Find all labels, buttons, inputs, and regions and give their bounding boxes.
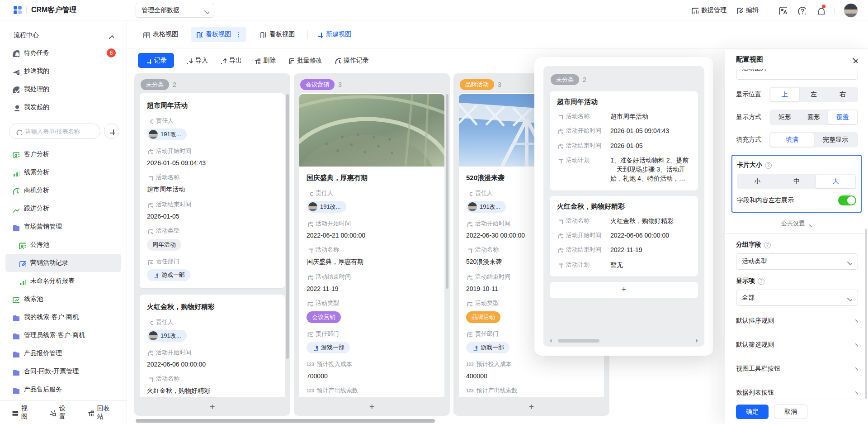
sidebar-item-opportunity-analysis[interactable]: 商机分析 [5, 181, 121, 200]
cover-image-field-select[interactable]: 活动图片 [736, 69, 858, 80]
card-list: 超市周年活动 责任人 191改... 活动开始时间 2026-01-05 09:… [140, 93, 285, 397]
confirm-button[interactable]: 确定 [736, 405, 769, 419]
sidebar-item-lead-analysis[interactable]: 线索分析 [5, 163, 121, 181]
close-button[interactable] [849, 54, 859, 64]
owner-chip[interactable]: 191改... [307, 201, 346, 213]
recycle-bin-button[interactable]: 回收站 [87, 405, 116, 421]
display-items-select[interactable]: 全部 [736, 290, 858, 306]
option-circle[interactable]: 圆形 [799, 110, 828, 124]
option-top[interactable]: 上 [770, 88, 799, 101]
option-rect[interactable]: 矩形 [770, 110, 799, 124]
kanban-card[interactable]: 国庆盛典，厚惠有期 责任人 191改... 活动开始时间 2022-06-21 … [299, 93, 444, 397]
notification-button[interactable] [815, 5, 825, 15]
avatar [149, 331, 158, 340]
sidebar-item-handled-by-me[interactable]: 我处理的 [5, 80, 121, 98]
sidebar-item-public-pool[interactable]: 公海池 [5, 236, 121, 254]
option-cover[interactable]: 覆盖 [828, 110, 857, 124]
sidebar-item-my-leads[interactable]: 我的线索-客户-商机 [5, 308, 121, 326]
settings-button[interactable]: 设置 [49, 405, 71, 421]
data-list-buttons-row[interactable]: 数据列表按钮 [736, 381, 858, 399]
search-input[interactable] [25, 128, 94, 135]
board-horizontal-scrollbar[interactable] [136, 419, 435, 423]
user-avatar[interactable] [844, 3, 858, 18]
add-card-button[interactable]: + [134, 398, 290, 416]
tab-board-view-2[interactable]: 看板视图 [255, 27, 299, 42]
sidebar-item-product-quote[interactable]: 产品报价管理 [5, 344, 121, 362]
department-chip[interactable]: 游戏一部 [466, 342, 509, 353]
import-button[interactable]: 导入 [186, 57, 208, 65]
sidebar-item-unnamed-report[interactable]: 未命名分析报表 [5, 272, 121, 290]
question-circle-icon[interactable]: ? [758, 278, 764, 285]
question-circle-icon[interactable]: ? [765, 162, 772, 169]
owner-chip[interactable]: 191改... [466, 201, 506, 213]
views-button[interactable]: 视图 [11, 405, 33, 421]
sidebar-item-started-by-me[interactable]: 我发起的 [5, 98, 121, 116]
tab-table-view[interactable]: 表格视图 [138, 27, 183, 42]
sidebar-item-cc-me[interactable]: 抄送我的 [5, 62, 121, 80]
sidebar-item-admin-leads[interactable]: 管理员线索-客户-商机 [5, 326, 121, 344]
drawer-body: 活动图片 显示位置 上 左 右 显示方式 矩形 圆形 覆盖 填充方式 [725, 69, 868, 399]
preview-card[interactable]: 火红金秋，购物好精彩 活动名称 火红金秋，购物好精彩 活动开始时间 2022-0… [550, 196, 698, 276]
data-manage-button[interactable]: 数据管理 [691, 6, 726, 14]
preview-horizontal-scrollbar[interactable] [548, 338, 700, 343]
tab-board-view-active[interactable]: 看板视图 ⋮ [191, 27, 246, 42]
sidebar-item-marketing-activity-records[interactable]: 营销活动记录 [5, 254, 121, 272]
sidebar-item-customer-analysis[interactable]: 客户分析 [5, 145, 121, 163]
group-field-select[interactable]: 活动类型 [736, 253, 858, 270]
add-card-button[interactable]: + [294, 398, 450, 416]
preview-card[interactable]: 超市周年活动 活动名称 超市周年活动 活动开始时间 2026-01-05 09:… [550, 91, 698, 191]
column-scrollbar[interactable] [286, 94, 289, 359]
column-scrollbar[interactable] [446, 94, 448, 289]
kanban-card[interactable]: 火红金秋，购物好精彩 责任人 191改... 活动开始时间 2022-06-06… [140, 295, 285, 397]
edit-button[interactable]: 编辑 [736, 6, 759, 14]
sidebar-item-todo-tasks[interactable]: 待办任务 6 [5, 44, 121, 62]
default-filter-rule-row[interactable]: 默认筛选规则 [736, 333, 858, 357]
export-button[interactable]: 导出 [220, 57, 242, 65]
sidebar-item-marketing-management[interactable]: 市场营销管理 [5, 218, 121, 236]
option-medium[interactable]: 中 [777, 175, 816, 188]
delete-button[interactable]: 删除 [254, 57, 276, 65]
import-icon [186, 57, 193, 64]
translate-button[interactable] [777, 5, 787, 15]
cancel-button[interactable]: 取消 [774, 405, 807, 419]
preview-add-card-button[interactable]: + [550, 282, 698, 298]
sidebar-item-followup-analysis[interactable]: 跟进分析 [5, 200, 121, 218]
operation-log-button[interactable]: 操作记录 [334, 57, 369, 65]
sidebar-item-contract-invoice[interactable]: 合同-回款-开票管理 [5, 362, 121, 381]
add-form-button[interactable] [104, 124, 119, 139]
default-sort-rule-row[interactable]: 默认排序规则 [736, 309, 858, 333]
sidebar-item-lead-pool[interactable]: 线索池 [5, 290, 121, 308]
option-left[interactable]: 左 [799, 88, 828, 101]
data-scope-dropdown[interactable]: 管理全部数据 [136, 3, 214, 18]
process-center-header[interactable]: 流程中心 [0, 20, 127, 42]
scroll-right-arrow[interactable] [696, 339, 700, 343]
sidebar-item-after-sales[interactable]: 产品售后服务 [5, 381, 121, 399]
option-large[interactable]: 大 [816, 175, 855, 188]
help-button[interactable] [796, 5, 806, 15]
sidebar-search[interactable] [9, 124, 100, 139]
add-card-button[interactable]: + [453, 398, 609, 416]
view-toolbar-buttons-row[interactable]: 视图工具栏按钮 [736, 357, 858, 381]
option-right[interactable]: 右 [828, 88, 857, 101]
common-settings-collapse[interactable]: 公共设置 [736, 219, 858, 228]
field-label: 预计投入成本 [476, 360, 512, 368]
owner-chip[interactable]: 191改... [147, 330, 187, 342]
batch-edit-button[interactable]: 批量修改 [288, 57, 322, 65]
owner-chip[interactable]: 191改... [147, 129, 187, 140]
scroll-left-arrow[interactable] [548, 339, 552, 343]
more-vertical-icon[interactable]: ⋮ [235, 30, 242, 38]
scrollbar-thumb[interactable] [558, 339, 599, 343]
app-logo[interactable]: CRM客户管理 [0, 5, 127, 15]
question-circle-icon[interactable]: ? [764, 242, 771, 248]
add-record-button[interactable]: 记录 [138, 53, 174, 68]
option-small[interactable]: 小 [738, 175, 777, 188]
option-fit[interactable]: 完整显示 [814, 133, 857, 147]
department-chip[interactable]: 游戏一部 [147, 269, 190, 281]
drawer-scrollbar[interactable] [865, 229, 867, 399]
option-fill[interactable]: 填满 [770, 133, 814, 147]
kanban-card[interactable]: 超市周年活动 责任人 191改... 活动开始时间 2026-01-05 09:… [140, 93, 285, 288]
department-chip[interactable]: 游戏一部 [307, 342, 350, 353]
new-view-button[interactable]: 新建视图 [316, 30, 351, 38]
field-value: 国庆盛典，厚惠有期 [307, 258, 437, 266]
lr-display-toggle-on[interactable] [838, 195, 856, 205]
